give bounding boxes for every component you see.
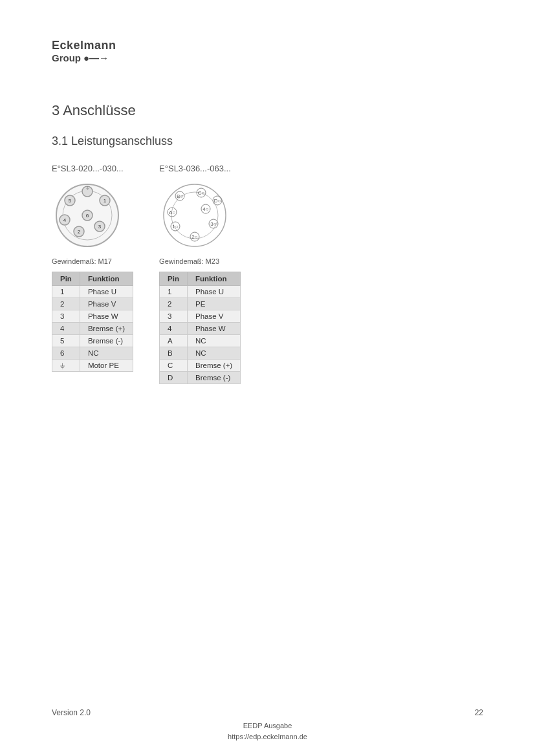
table-row: 4Phase W — [160, 323, 241, 335]
col-header-pin-right: Pin — [160, 272, 188, 286]
connector-right: E°SL3-036...-063... B○ C○ D○ A○ — [159, 164, 241, 384]
pin-cell: ⏚ — [52, 360, 80, 372]
svg-text:⏚: ⏚ — [86, 185, 89, 191]
pin-cell: 3 — [52, 310, 80, 323]
page: Eckelmann Group ●—→ 3 Anschlüsse 3.1 Lei… — [0, 0, 535, 756]
svg-text:6: 6 — [86, 213, 89, 219]
connector-right-diagram: B○ C○ D○ A○ 4○ 1○ 3○ — [159, 180, 230, 251]
table-row: 6NC — [52, 347, 133, 360]
connector-right-title: E°SL3-036...-063... — [159, 164, 231, 173]
svg-text:4: 4 — [63, 217, 67, 223]
connector-left-diagram: ⏚ 5 4 6 1 3 2 — [52, 180, 123, 251]
svg-text:B○: B○ — [177, 193, 183, 199]
pin-cell: 1 — [52, 286, 80, 298]
pin-cell: 4 — [160, 323, 188, 335]
table-row: 4Bremse (+) — [52, 323, 133, 335]
funktion-cell: Motor PE — [80, 360, 133, 372]
table-row: 3Phase V — [160, 310, 241, 323]
svg-text:3○: 3○ — [210, 221, 216, 227]
pin-cell: 2 — [52, 298, 80, 310]
pin-cell: 3 — [160, 310, 188, 323]
svg-text:1: 1 — [104, 198, 107, 204]
pin-cell: 5 — [52, 335, 80, 347]
pin-cell: A — [160, 335, 188, 347]
svg-text:1○: 1○ — [172, 224, 178, 230]
footer: Version 2.0 22 — [52, 708, 483, 717]
funktion-cell: Phase W — [187, 323, 240, 335]
svg-text:5: 5 — [69, 198, 72, 204]
svg-text:3: 3 — [98, 224, 102, 230]
funktion-cell: Phase U — [80, 286, 133, 298]
funktion-cell: Bremse (+) — [187, 360, 240, 372]
connector-right-gewindemass: Gewindemaß: M23 — [159, 257, 219, 265]
logo: Eckelmann Group ●—→ — [52, 39, 483, 63]
bottom-line1: EEDP Ausgabe — [0, 720, 535, 732]
table-row: DBremse (-) — [160, 372, 241, 384]
pin-cell: 4 — [52, 323, 80, 335]
svg-text:2: 2 — [78, 229, 81, 235]
svg-text:2○: 2○ — [191, 234, 197, 240]
table-row: 1Phase U — [52, 286, 133, 298]
table-row: ⏚Motor PE — [52, 360, 133, 372]
funktion-cell: NC — [187, 335, 240, 347]
pin-cell: D — [160, 372, 188, 384]
section-title: 3 Anschlüsse — [52, 102, 483, 119]
table-row: 5Bremse (-) — [52, 335, 133, 347]
funktion-cell: NC — [187, 347, 240, 360]
subsection-title: 3.1 Leistungsanschluss — [52, 135, 483, 148]
connector-left-gewindemass: Gewindemaß: M17 — [52, 257, 112, 265]
funktion-cell: NC — [80, 347, 133, 360]
col-header-pin-left: Pin — [52, 272, 80, 286]
table-row: BNC — [160, 347, 241, 360]
connector-left: E°SL3-020...-030... ⏚ 5 4 6 — [52, 164, 133, 372]
connector-left-title: E°SL3-020...-030... — [52, 164, 124, 173]
funktion-cell: Bremse (+) — [80, 323, 133, 335]
col-header-funktion-right: Funktion — [187, 272, 240, 286]
funktion-cell: Phase V — [80, 298, 133, 310]
funktion-cell: Phase W — [80, 310, 133, 323]
pin-cell: C — [160, 360, 188, 372]
svg-text:C○: C○ — [198, 190, 205, 196]
svg-text:4○: 4○ — [202, 206, 208, 212]
footer-version: Version 2.0 — [52, 708, 91, 717]
logo-group: Group ●—→ — [52, 52, 483, 63]
connector-left-table: Pin Funktion 1Phase U2Phase V3Phase W4Br… — [52, 272, 133, 372]
funktion-cell: Phase V — [187, 310, 240, 323]
table-row: 3Phase W — [52, 310, 133, 323]
table-row: 2Phase V — [52, 298, 133, 310]
bottom-text: EEDP Ausgabe https://edp.eckelmann.de — [0, 720, 535, 743]
logo-arrow-icon: ●—→ — [83, 52, 109, 63]
pin-cell: B — [160, 347, 188, 360]
table-row: 1Phase U — [160, 286, 241, 298]
funktion-cell: Bremse (-) — [80, 335, 133, 347]
pin-cell: 1 — [160, 286, 188, 298]
logo-eckelmann: Eckelmann — [52, 39, 483, 52]
logo-group-text: Group — [52, 52, 81, 63]
connector-right-table: Pin Funktion 1Phase U2PE3Phase V4Phase W… — [159, 272, 241, 384]
funktion-cell: PE — [187, 298, 240, 310]
footer-page: 22 — [475, 708, 483, 717]
table-row: 2PE — [160, 298, 241, 310]
funktion-cell: Phase U — [187, 286, 240, 298]
svg-text:A○: A○ — [169, 210, 175, 215]
svg-text:D○: D○ — [214, 198, 221, 204]
bottom-line2: https://edp.eckelmann.de — [0, 731, 535, 743]
connectors-row: E°SL3-020...-030... ⏚ 5 4 6 — [52, 164, 483, 384]
pin-cell: 6 — [52, 347, 80, 360]
table-row: CBremse (+) — [160, 360, 241, 372]
table-row: ANC — [160, 335, 241, 347]
col-header-funktion-left: Funktion — [80, 272, 133, 286]
funktion-cell: Bremse (-) — [187, 372, 240, 384]
pin-cell: 2 — [160, 298, 188, 310]
